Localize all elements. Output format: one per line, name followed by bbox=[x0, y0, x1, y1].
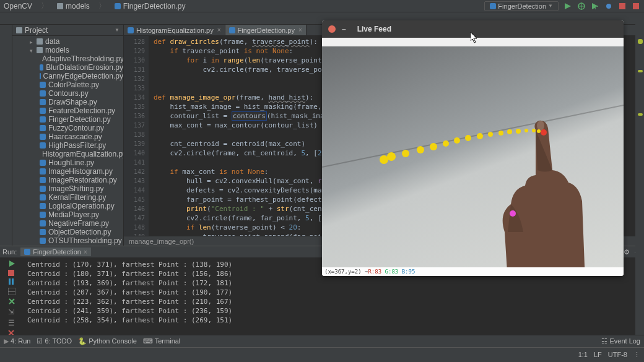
run-label: Run: bbox=[2, 248, 17, 256]
live-feed-title: Live Feed bbox=[357, 25, 391, 33]
layout-icon[interactable] bbox=[8, 288, 17, 295]
tree-file[interactable]: NegativeFrame.py bbox=[12, 219, 123, 228]
tree-file[interactable]: ImageRestoration.py bbox=[12, 176, 123, 184]
svg-point-6 bbox=[606, 4, 611, 9]
run-config-selector[interactable]: FingerDetection ▼ bbox=[484, 1, 559, 11]
window-close-icon[interactable] bbox=[328, 25, 336, 33]
tree-folder-data[interactable]: data bbox=[12, 37, 123, 46]
svg-point-23 bbox=[454, 137, 460, 144]
svg-point-22 bbox=[443, 140, 449, 147]
svg-point-20 bbox=[417, 146, 424, 153]
exit-icon[interactable] bbox=[8, 298, 17, 305]
svg-rect-7 bbox=[619, 3, 625, 9]
svg-point-19 bbox=[402, 150, 409, 157]
svg-point-25 bbox=[477, 133, 483, 139]
tree-file[interactable]: DrawShape.py bbox=[12, 98, 123, 106]
tree-file[interactable]: AdaptiveThresholding.py bbox=[12, 54, 123, 63]
live-feed-window[interactable]: – Live Feed (x=367,y=2) ~ R:83 bbox=[322, 20, 624, 276]
live-feed-status: (x=367,y=2) ~ R:83 G:83 B:95 bbox=[322, 267, 624, 276]
stop-all-icon[interactable] bbox=[632, 2, 640, 11]
tree-file[interactable]: Haarcascade.py bbox=[12, 132, 123, 141]
menu-icon[interactable]: ⋮ bbox=[633, 351, 640, 359]
run-tab[interactable]: FingerDetection× bbox=[20, 248, 91, 256]
breadcrumb-file[interactable]: FingerDetection.py bbox=[115, 2, 186, 11]
svg-point-30 bbox=[524, 129, 528, 132]
tool-todo[interactable]: ☑ 6: TODO bbox=[37, 337, 72, 345]
svg-point-34 bbox=[510, 210, 516, 217]
svg-point-24 bbox=[465, 135, 471, 141]
run-tool-gutter: ⇲ ☰ ? bbox=[0, 246, 25, 347]
svg-rect-12 bbox=[12, 278, 14, 285]
tree-file[interactable]: HighPassFilter.py bbox=[12, 141, 123, 150]
run-tests-icon[interactable] bbox=[591, 2, 599, 11]
tree-file[interactable]: FuzzyContour.py bbox=[12, 124, 123, 132]
tool-eventlog[interactable]: ☷ Event Log bbox=[601, 337, 640, 345]
caret-pos[interactable]: 1:1 bbox=[578, 351, 588, 359]
left-tool-strip[interactable] bbox=[0, 25, 12, 246]
editor-tab[interactable]: FingerDetection.py× bbox=[225, 25, 307, 35]
svg-point-29 bbox=[516, 129, 521, 134]
print-icon[interactable]: ☰ bbox=[8, 319, 17, 327]
svg-point-18 bbox=[387, 152, 396, 161]
pause-icon[interactable] bbox=[8, 278, 17, 285]
encoding[interactable]: UTF-8 bbox=[608, 351, 627, 359]
svg-point-28 bbox=[507, 129, 512, 134]
svg-marker-9 bbox=[9, 261, 15, 267]
stop-icon[interactable] bbox=[618, 2, 627, 11]
tree-folder-models[interactable]: models bbox=[12, 46, 123, 54]
svg-line-15 bbox=[322, 105, 624, 167]
window-minimize-icon[interactable]: – bbox=[342, 25, 346, 33]
attach-icon[interactable] bbox=[604, 2, 613, 11]
svg-point-16 bbox=[537, 121, 544, 131]
svg-marker-0 bbox=[565, 3, 571, 9]
scroll-icon[interactable]: ⇲ bbox=[8, 308, 17, 316]
svg-point-21 bbox=[430, 143, 437, 150]
tree-file[interactable]: Contours.py bbox=[12, 89, 123, 98]
tool-pyconsole[interactable]: 🐍 Python Console bbox=[78, 337, 137, 345]
svg-rect-10 bbox=[8, 270, 14, 276]
breadcrumb-folder[interactable]: models bbox=[57, 2, 90, 11]
live-feed-canvas bbox=[322, 46, 624, 267]
project-pane: Project ▼ data models AdaptiveThresholdi… bbox=[12, 25, 124, 246]
tree-file[interactable]: ObjectDetection.py bbox=[12, 228, 123, 236]
tree-file[interactable]: BlurDialationErosion.py bbox=[12, 63, 123, 72]
debug-icon[interactable] bbox=[577, 2, 586, 11]
app-menu[interactable]: OpenCV bbox=[4, 2, 32, 11]
svg-point-26 bbox=[488, 132, 493, 137]
rerun-icon[interactable] bbox=[8, 260, 17, 267]
run-settings-icon[interactable]: ⚙ bbox=[622, 248, 631, 256]
project-icon bbox=[16, 27, 22, 33]
tool-run[interactable]: ▶ 4: Run bbox=[4, 337, 30, 345]
svg-point-17 bbox=[380, 155, 388, 164]
editor-scrollbar[interactable] bbox=[635, 20, 644, 335]
tree-file[interactable]: CannyEdgeDetection.py bbox=[12, 72, 123, 80]
stop-icon[interactable] bbox=[8, 270, 17, 276]
svg-point-27 bbox=[498, 131, 503, 136]
editor-tab[interactable]: HistogramEqualization.py× bbox=[124, 25, 225, 35]
tool-terminal[interactable]: ⌨ Terminal bbox=[143, 337, 180, 345]
tree-file[interactable]: FeatureDetection.py bbox=[12, 106, 123, 115]
tree-file[interactable]: OTSUThresholding.py bbox=[12, 236, 123, 245]
menubar: OpenCV 〉 models 〉 FingerDetection.py Fin… bbox=[0, 0, 644, 12]
live-feed-titlebar[interactable]: – Live Feed bbox=[322, 20, 624, 38]
tree-file[interactable]: MediaPlayer.py bbox=[12, 210, 123, 219]
live-feed-toolbar bbox=[322, 38, 624, 46]
status-bar: 1:1 LF UTF-8 ⋮ bbox=[0, 347, 644, 362]
tree-file[interactable]: HistogramEqualization.py bbox=[12, 150, 123, 158]
tree-file[interactable]: FingerDetection.py bbox=[12, 115, 123, 124]
line-gutter[interactable]: 1281291301311321331341351361371381391401… bbox=[124, 36, 149, 236]
svg-point-31 bbox=[532, 129, 536, 132]
tree-file[interactable]: ImageShifting.py bbox=[12, 184, 123, 193]
tree-file[interactable]: LogicalOperation.py bbox=[12, 202, 123, 210]
tab-close-icon[interactable]: × bbox=[298, 27, 302, 33]
tab-close-icon[interactable]: × bbox=[217, 27, 221, 33]
project-pane-header[interactable]: Project ▼ bbox=[12, 25, 123, 36]
tree-file[interactable]: HoughLine.py bbox=[12, 158, 123, 167]
tree-file[interactable]: ImageHistogram.py bbox=[12, 167, 123, 176]
line-sep[interactable]: LF bbox=[594, 351, 602, 359]
tree-file[interactable]: ColorPalette.py bbox=[12, 80, 123, 89]
tool-window-bar: ▶ 4: Run ☑ 6: TODO 🐍 Python Console ⌨ Te… bbox=[0, 335, 644, 347]
tree-file[interactable]: KernalFiltering.py bbox=[12, 193, 123, 202]
svg-rect-11 bbox=[9, 278, 11, 285]
run-icon[interactable] bbox=[564, 2, 572, 11]
